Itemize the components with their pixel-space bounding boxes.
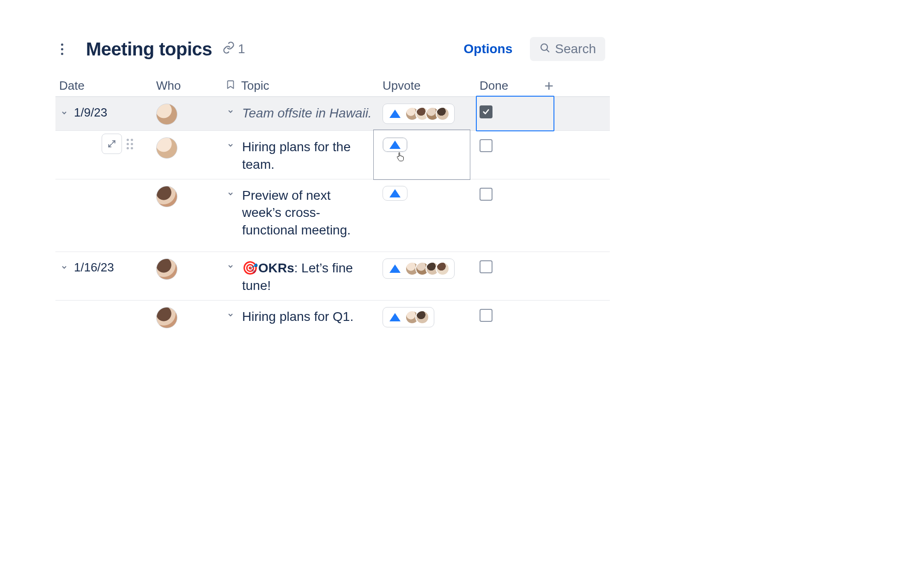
table-header: Date Who Topic Upvote Done + xyxy=(55,75,610,97)
upvote-button[interactable] xyxy=(383,186,407,201)
table-row[interactable]: Hiring plans for the team. xyxy=(55,130,610,179)
avatar[interactable] xyxy=(156,104,177,125)
upvote-icon xyxy=(389,313,401,321)
options-button[interactable]: Options xyxy=(464,42,513,56)
search-label: Search xyxy=(555,42,596,56)
avatar[interactable] xyxy=(156,258,177,280)
drag-handle[interactable] xyxy=(127,139,133,149)
done-checkbox[interactable] xyxy=(480,309,492,322)
chevron-down-icon[interactable] xyxy=(225,310,236,320)
topic-text[interactable]: 🎯OKRs: Let’s fine tune! xyxy=(242,258,373,295)
table-row[interactable]: 1/9/23 Team offsite in Hawaii. xyxy=(55,97,610,130)
search-input[interactable]: Search xyxy=(530,37,605,61)
col-upvote[interactable]: Upvote xyxy=(383,79,480,93)
done-checkbox[interactable] xyxy=(480,260,492,273)
upvote-icon xyxy=(389,189,401,197)
meeting-topics-card: Meeting topics 1 Options Search Date Who xyxy=(55,37,610,334)
chevron-down-icon[interactable] xyxy=(225,106,236,117)
col-date[interactable]: Date xyxy=(59,79,156,93)
avatar[interactable] xyxy=(156,137,177,159)
done-checkbox[interactable] xyxy=(480,105,492,118)
avatar[interactable] xyxy=(156,307,177,328)
avatar[interactable] xyxy=(156,186,177,207)
link-icon xyxy=(222,41,235,57)
upvote-icon xyxy=(389,110,401,118)
group-date: 1/16/23 xyxy=(74,260,114,275)
topic-text[interactable]: Hiring plans for the team. xyxy=(242,136,373,173)
upvote-icon xyxy=(389,141,401,149)
col-topic[interactable]: Topic xyxy=(225,79,383,93)
topic-text[interactable]: Hiring plans for Q1. xyxy=(242,306,353,326)
upvote-button[interactable] xyxy=(383,258,455,279)
chevron-down-icon[interactable] xyxy=(225,261,236,271)
card-header: Meeting topics 1 Options Search xyxy=(55,37,610,75)
table-row[interactable]: 1/16/23 🎯OKRs: Let’s fine tune! xyxy=(55,252,610,300)
voter-avatars xyxy=(405,310,429,324)
chevron-down-icon[interactable] xyxy=(59,262,69,272)
search-icon xyxy=(539,42,550,56)
group-date: 1/9/23 xyxy=(74,105,107,120)
upvote-button[interactable] xyxy=(383,137,407,152)
chevron-down-icon[interactable] xyxy=(59,108,69,118)
topic-text[interactable]: Team offsite in Hawaii. xyxy=(242,103,372,122)
more-menu-button[interactable] xyxy=(55,43,68,55)
bookmark-icon xyxy=(225,79,236,93)
chevron-down-icon[interactable] xyxy=(225,140,236,150)
backlink-count-value: 1 xyxy=(238,42,245,56)
done-checkbox[interactable] xyxy=(480,139,492,152)
date-group: 1/16/23 🎯OKRs: Let’s fine tune! xyxy=(55,252,610,334)
chevron-down-icon[interactable] xyxy=(225,189,236,199)
upvote-button[interactable] xyxy=(383,307,434,327)
date-group: 1/9/23 Team offsite in Hawaii. xyxy=(55,97,610,245)
col-who[interactable]: Who xyxy=(156,79,225,93)
col-done[interactable]: Done xyxy=(480,79,526,93)
expand-row-button[interactable] xyxy=(102,134,122,154)
backlink-count[interactable]: 1 xyxy=(222,41,245,57)
card-title: Meeting topics xyxy=(86,39,212,60)
upvote-button[interactable] xyxy=(383,104,455,124)
voter-avatars xyxy=(405,262,450,276)
topic-text[interactable]: Preview of next week’s cross-functional … xyxy=(242,185,373,239)
table-row[interactable]: Preview of next week’s cross-functional … xyxy=(55,179,610,245)
table-row[interactable]: Hiring plans for Q1. xyxy=(55,300,610,334)
add-column-button[interactable]: + xyxy=(544,78,553,93)
upvote-icon xyxy=(389,264,401,273)
voter-avatars xyxy=(405,107,450,121)
done-checkbox[interactable] xyxy=(480,188,492,201)
